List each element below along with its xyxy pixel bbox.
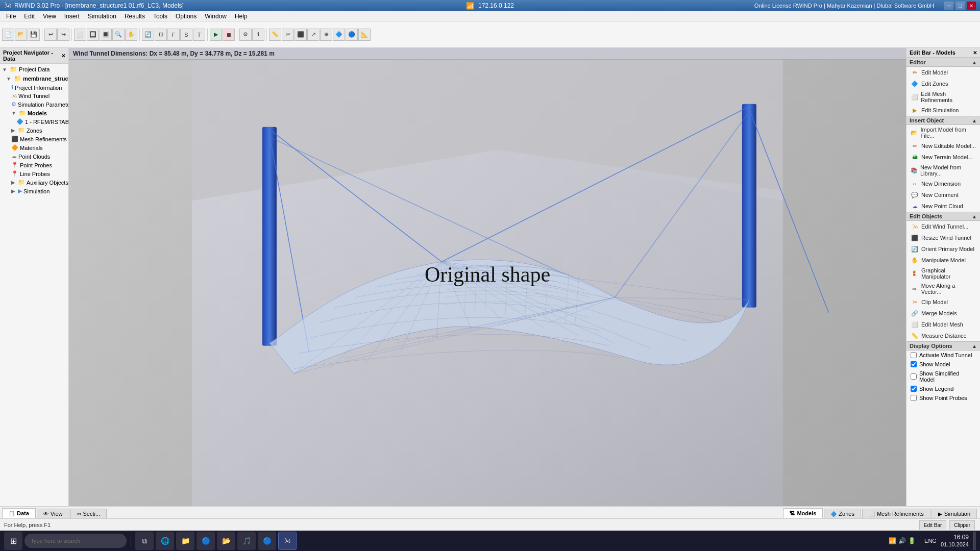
toolbar-run[interactable]: ▶ bbox=[210, 29, 222, 41]
right-panel-close[interactable]: ✕ bbox=[973, 50, 977, 56]
panel-controls[interactable]: ✕ bbox=[61, 53, 65, 59]
btn-manipulate[interactable]: ✋ Manipulate Model bbox=[906, 255, 980, 266]
menu-edit[interactable]: Edit bbox=[20, 12, 39, 21]
tree-project-data[interactable]: ▼ 📁 Project Data bbox=[0, 65, 68, 74]
tab-section[interactable]: ✂ Secti... bbox=[70, 509, 107, 518]
toolbar-view1[interactable]: ⬜ bbox=[74, 29, 86, 41]
btn-graphical-manip[interactable]: 🎛 Graphical Manipulator bbox=[906, 266, 980, 281]
btn-orient-primary[interactable]: 🔄 Orient Primary Model bbox=[906, 243, 980, 255]
btn-measure-distance[interactable]: 📏 Measure Distance bbox=[906, 330, 980, 341]
section-display-collapse[interactable]: ▲ bbox=[972, 343, 977, 349]
tree-simulation[interactable]: ▶ ▶ Simulation bbox=[0, 187, 68, 195]
tree-materials[interactable]: 🔶 Materials bbox=[0, 143, 68, 152]
toolbar-extra2[interactable]: 🔵 bbox=[346, 29, 358, 41]
tab-data[interactable]: 📋 Data bbox=[2, 508, 36, 518]
tree-membrane[interactable]: ▼ 📁 membrane_structure1 bbox=[0, 74, 68, 83]
toolbar-side[interactable]: S bbox=[180, 29, 192, 41]
toolbar-new[interactable]: 📄 bbox=[2, 29, 14, 41]
tree-models[interactable]: ▼ 📁 Models bbox=[0, 109, 68, 117]
toolbar-mesh[interactable]: ⬛ bbox=[295, 29, 307, 41]
taskbar-explorer[interactable]: 📁 bbox=[176, 532, 194, 550]
menu-view[interactable]: View bbox=[39, 12, 60, 21]
toolbar-info[interactable]: ℹ bbox=[252, 29, 264, 41]
toolbar-extra1[interactable]: 🔷 bbox=[333, 29, 345, 41]
taskbar-rwind-active[interactable]: 🌬 bbox=[278, 532, 297, 550]
section-editor-collapse[interactable]: ▲ bbox=[972, 60, 977, 65]
taskbar-task-view[interactable]: ⧉ bbox=[135, 532, 154, 550]
tree-aux-objects[interactable]: ▶ 📁 Auxiliary Objects bbox=[0, 178, 68, 187]
taskbar-app1[interactable]: 🎵 bbox=[237, 532, 256, 550]
btn-new-terrain[interactable]: 🏔 New Terrain Model... bbox=[906, 152, 980, 163]
toolbar-view3[interactable]: 🔳 bbox=[100, 29, 112, 41]
btn-resize-wind[interactable]: ⬛ Resize Wind Tunnel bbox=[906, 232, 980, 243]
chk-show-model[interactable]: Show Model bbox=[906, 360, 980, 369]
tab-view[interactable]: 👁 View bbox=[37, 509, 69, 518]
menu-options[interactable]: Options bbox=[172, 12, 201, 21]
tree-mesh-ref[interactable]: ⬛ Mesh Refinements bbox=[0, 135, 68, 143]
toolbar-settings[interactable]: ⚙ bbox=[239, 29, 252, 41]
btn-edit-sim[interactable]: ▶ Edit Simulation bbox=[906, 105, 980, 116]
taskbar-chrome[interactable]: 🔵 bbox=[197, 532, 215, 550]
show-model-checkbox[interactable] bbox=[911, 361, 917, 367]
taskbar-show-desktop[interactable] bbox=[973, 532, 976, 550]
toolbar-front[interactable]: F bbox=[167, 29, 180, 41]
menu-file[interactable]: File bbox=[2, 12, 20, 21]
tab-clipper[interactable]: Clipper bbox=[949, 520, 975, 530]
btn-edit-model-mesh[interactable]: ⬜ Edit Model Mesh bbox=[906, 319, 980, 330]
tree-zones[interactable]: ▶ 📁 Zones bbox=[0, 126, 68, 135]
show-simplified-checkbox[interactable] bbox=[911, 373, 917, 380]
taskbar-edge[interactable]: 🌐 bbox=[156, 532, 174, 550]
tree-wind-tunnel[interactable]: 🌬 Wind Tunnel bbox=[0, 92, 68, 100]
btn-new-editable[interactable]: ✏ New Editable Model... bbox=[906, 140, 980, 152]
btn-edit-zones[interactable]: 🔷 Edit Zones bbox=[906, 78, 980, 89]
tab-simulation[interactable]: ▶ Simulation bbox=[932, 509, 977, 518]
toolbar-view2[interactable]: 🔲 bbox=[87, 29, 99, 41]
toolbar-save[interactable]: 💾 bbox=[28, 29, 40, 41]
btn-new-dimension[interactable]: ↔ New Dimension bbox=[906, 178, 980, 189]
btn-edit-model[interactable]: ✏ Edit Model bbox=[906, 67, 980, 78]
btn-move-vector[interactable]: ➡ Move Along a Vector... bbox=[906, 281, 980, 296]
menu-insert[interactable]: Insert bbox=[60, 12, 84, 21]
tab-mesh-refinements[interactable]: ⬜ Mesh Refinements bbox=[862, 509, 930, 518]
chk-show-legend[interactable]: Show Legend bbox=[906, 384, 980, 393]
toolbar-fit[interactable]: ⊡ bbox=[155, 29, 167, 41]
chk-show-simplified[interactable]: Show Simplified Model bbox=[906, 369, 980, 384]
btn-edit-mesh[interactable]: ⬜ Edit Mesh Refinements bbox=[906, 89, 980, 105]
toolbar-axis[interactable]: ⊕ bbox=[320, 29, 332, 41]
btn-clip-model[interactable]: ✂ Clip Model bbox=[906, 296, 980, 308]
tree-sim-params[interactable]: ⚙ Simulation Parameters bbox=[0, 100, 68, 109]
menu-tools[interactable]: Tools bbox=[149, 12, 172, 21]
toolbar-redo[interactable]: ↪ bbox=[57, 29, 69, 41]
taskbar-search-input[interactable] bbox=[24, 534, 127, 548]
menu-results[interactable]: Results bbox=[120, 12, 149, 21]
taskbar-folder2[interactable]: 📂 bbox=[217, 532, 235, 550]
minimize-button[interactable]: ─ bbox=[944, 2, 953, 10]
toolbar-extra3[interactable]: 📐 bbox=[358, 29, 371, 41]
section-insert-collapse[interactable]: ▲ bbox=[972, 118, 977, 123]
show-point-probes-checkbox[interactable] bbox=[911, 395, 917, 401]
toolbar-pan[interactable]: ✋ bbox=[125, 29, 137, 41]
tree-point-probes[interactable]: 📍 Point Probes bbox=[0, 161, 68, 169]
section-edit-objects-collapse[interactable]: ▲ bbox=[972, 214, 977, 219]
btn-merge-models[interactable]: 🔗 Merge Models bbox=[906, 308, 980, 319]
btn-new-point-cloud[interactable]: ☁ New Point Cloud bbox=[906, 201, 980, 212]
toolbar-clip[interactable]: ✂ bbox=[282, 29, 294, 41]
toolbar-arrow[interactable]: ↗ bbox=[307, 29, 320, 41]
toolbar-stop[interactable]: ⏹ bbox=[223, 29, 235, 41]
btn-import-model[interactable]: 📂 Import Model from File... bbox=[906, 125, 980, 140]
chk-show-point-probes[interactable]: Show Point Probes bbox=[906, 393, 980, 403]
tab-models[interactable]: 🏗 Models bbox=[783, 508, 823, 518]
btn-new-comment[interactable]: 💬 New Comment bbox=[906, 189, 980, 201]
toolbar-measure[interactable]: 📏 bbox=[269, 29, 281, 41]
windows-start-button[interactable]: ⊞ bbox=[4, 532, 22, 550]
toolbar-rotate[interactable]: 🔄 bbox=[142, 29, 154, 41]
taskbar-app2[interactable]: 🔵 bbox=[258, 532, 276, 550]
close-button[interactable]: ✕ bbox=[967, 2, 976, 10]
toolbar-open[interactable]: 📂 bbox=[15, 29, 27, 41]
toolbar-undo[interactable]: ↩ bbox=[44, 29, 57, 41]
activate-wind-tunnel-checkbox[interactable] bbox=[911, 352, 917, 358]
toolbar-zoom[interactable]: 🔍 bbox=[112, 29, 125, 41]
btn-edit-wind-tunnel[interactable]: 🌬 Edit Wind Tunnel... bbox=[906, 221, 980, 232]
tree-model-1[interactable]: 🔷 1 - RFEM/RSTAB Mo... bbox=[0, 117, 68, 126]
toolbar-top[interactable]: T bbox=[193, 29, 205, 41]
